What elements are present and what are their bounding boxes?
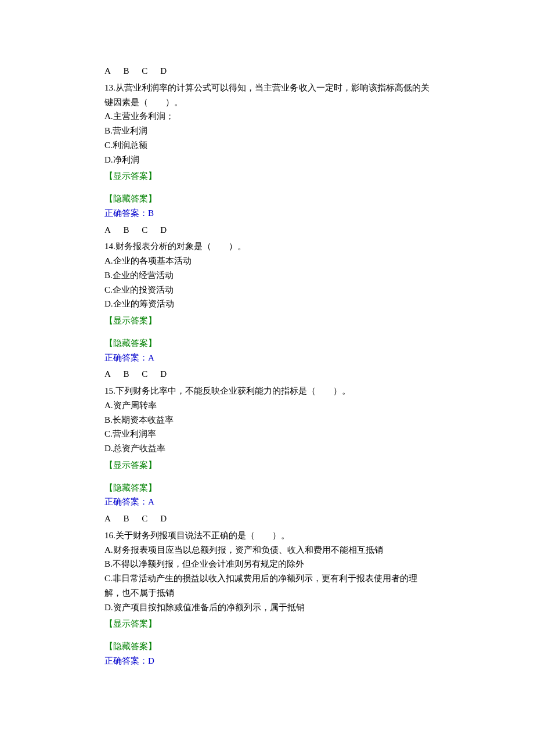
choice-row: A B C D [104, 367, 430, 381]
option-b: B.企业的经营活动 [104, 268, 430, 283]
choice-d-label[interactable]: D [160, 64, 167, 78]
choice-b-label[interactable]: B [124, 64, 129, 78]
option-c: C.非日常活动产生的损益以收入扣减费用后的净额列示，更有利于报表使用者的理解，也… [104, 571, 430, 600]
choice-d-label[interactable]: D [160, 367, 167, 381]
choice-a-label[interactable]: A [104, 223, 111, 237]
question-stem: 14.财务报表分析的对象是（ ）。 [104, 239, 430, 254]
option-c: C.利润总额 [104, 138, 430, 153]
show-answer-link[interactable]: 【显示答案】 [104, 617, 430, 631]
question-block: A B C D 15.下列财务比率中，不能反映企业获利能力的指标是（ ）。 A.… [104, 367, 430, 509]
choice-row: A B C D [104, 223, 430, 237]
show-answer-link[interactable]: 【显示答案】 [104, 314, 430, 328]
choice-a-label[interactable]: A [104, 512, 111, 526]
choice-b-label[interactable]: B [124, 512, 129, 526]
correct-answer: 正确答案：D [104, 654, 430, 668]
question-16: 16.关于财务列报项目说法不正确的是（ ）。 A.财务报表项目应当以总额列报，资… [104, 528, 430, 615]
choice-d-label[interactable]: D [160, 512, 167, 526]
choice-c-label[interactable]: C [142, 223, 147, 237]
hide-answer-link[interactable]: 【隐藏答案】 [104, 481, 430, 495]
option-d: D.企业的筹资活动 [104, 297, 430, 311]
choice-a-label[interactable]: A [104, 64, 111, 78]
option-b: B.不得以净额列报，但企业会计准则另有规定的除外 [104, 557, 430, 571]
question-13: 13.从营业利润率的计算公式可以得知，当主营业务收入一定时，影响该指标高低的关键… [104, 81, 430, 167]
correct-answer: 正确答案：B [104, 206, 430, 221]
choice-c-label[interactable]: C [142, 512, 147, 526]
hide-answer-link[interactable]: 【隐藏答案】 [104, 639, 430, 654]
option-a: A.财务报表项目应当以总额列报，资产和负债、收入和费用不能相互抵销 [104, 543, 430, 557]
choice-a-label[interactable]: A [104, 367, 111, 381]
question-block: A B C D 14.财务报表分析的对象是（ ）。 A.企业的各项基本活动 B.… [104, 223, 430, 365]
choice-b-label[interactable]: B [124, 223, 129, 237]
option-d: D.净利润 [104, 153, 430, 167]
choice-row: A B C D [104, 64, 430, 78]
show-answer-link[interactable]: 【显示答案】 [104, 458, 430, 473]
question-stem: 16.关于财务列报项目说法不正确的是（ ）。 [104, 528, 430, 543]
question-stem: 13.从营业利润率的计算公式可以得知，当主营业务收入一定时，影响该指标高低的关键… [104, 81, 430, 110]
option-b: B.长期资本收益率 [104, 413, 430, 427]
question-block: A B C D 13.从营业利润率的计算公式可以得知，当主营业务收入一定时，影响… [104, 64, 430, 221]
option-d: D.总资产收益率 [104, 441, 430, 456]
choice-c-label[interactable]: C [142, 64, 147, 78]
correct-answer: 正确答案：A [104, 351, 430, 365]
choice-row: A B C D [104, 512, 430, 526]
correct-answer: 正确答案：A [104, 495, 430, 509]
option-a: A.企业的各项基本活动 [104, 254, 430, 268]
option-c: C.企业的投资活动 [104, 283, 430, 297]
option-a: A.主营业务利润； [104, 109, 430, 124]
hide-answer-link[interactable]: 【隐藏答案】 [104, 336, 430, 351]
question-14: 14.财务报表分析的对象是（ ）。 A.企业的各项基本活动 B.企业的经营活动 … [104, 239, 430, 311]
choice-b-label[interactable]: B [124, 367, 129, 381]
option-b: B.营业利润 [104, 124, 430, 138]
question-block: A B C D 16.关于财务列报项目说法不正确的是（ ）。 A.财务报表项目应… [104, 512, 430, 668]
option-d: D.资产项目按扣除减值准备后的净额列示，属于抵销 [104, 600, 430, 615]
question-15: 15.下列财务比率中，不能反映企业获利能力的指标是（ ）。 A.资产周转率 B.… [104, 384, 430, 456]
option-a: A.资产周转率 [104, 398, 430, 413]
question-stem: 15.下列财务比率中，不能反映企业获利能力的指标是（ ）。 [104, 384, 430, 398]
hide-answer-link[interactable]: 【隐藏答案】 [104, 192, 430, 206]
option-c: C.营业利润率 [104, 427, 430, 441]
choice-d-label[interactable]: D [160, 223, 167, 237]
choice-c-label[interactable]: C [142, 367, 147, 381]
show-answer-link[interactable]: 【显示答案】 [104, 169, 430, 183]
